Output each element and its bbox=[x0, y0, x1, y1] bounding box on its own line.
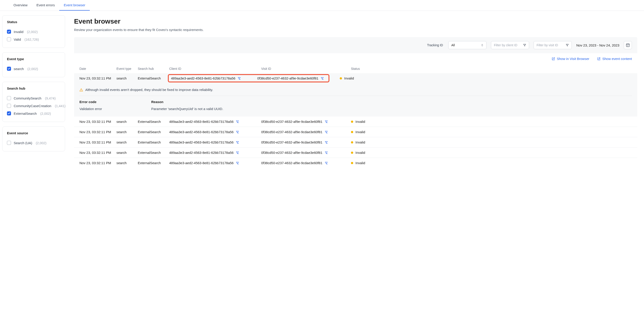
filter-add-icon[interactable] bbox=[236, 161, 239, 165]
checkbox[interactable] bbox=[7, 141, 11, 145]
filter-add-icon[interactable] bbox=[236, 141, 239, 144]
filter-add-icon[interactable] bbox=[325, 130, 328, 134]
checkbox[interactable] bbox=[7, 104, 11, 108]
cell-type: search bbox=[116, 161, 138, 165]
highlighted-ids: 489aa3e3-aed2-4563-8e81-62bb73178a560f38… bbox=[168, 74, 330, 82]
filter-add-icon[interactable] bbox=[236, 120, 239, 123]
cell-visit-id: 0f38cd50-e237-4632-af9e-9cdae3e60f81 bbox=[261, 151, 351, 155]
filter-option-communitysearch[interactable]: CommunitySearch(9,474) bbox=[7, 94, 60, 102]
svg-point-7 bbox=[627, 46, 628, 46]
reason-label: Reason bbox=[151, 100, 223, 104]
checkbox[interactable] bbox=[7, 96, 11, 100]
warning-icon bbox=[80, 88, 83, 92]
warning-banner: Although invalid events aren't dropped, … bbox=[80, 88, 632, 96]
checkbox[interactable] bbox=[7, 67, 11, 71]
table-row[interactable]: Nov 23, 03:32:11 PMsearchExternalSearch4… bbox=[74, 73, 637, 83]
row-actions: Show in Visit Browser Show event content bbox=[74, 53, 637, 64]
table-row[interactable]: Nov 23, 03:32:11 PMsearchExternalSearch4… bbox=[74, 117, 637, 127]
filter-add-icon[interactable] bbox=[238, 77, 241, 80]
svg-point-6 bbox=[628, 45, 629, 46]
status-dot-icon bbox=[351, 131, 353, 133]
cell-hub: ExternalSearch bbox=[138, 151, 169, 155]
svg-point-4 bbox=[627, 45, 628, 46]
cell-hub: ExternalSearch bbox=[138, 76, 169, 80]
checkbox[interactable] bbox=[7, 37, 11, 41]
client-id-input[interactable]: Filter by client ID bbox=[491, 41, 529, 49]
checkbox[interactable] bbox=[7, 111, 11, 115]
cell-date: Nov 23, 03:32:11 PM bbox=[80, 120, 116, 124]
page-description: Review your organization events to ensur… bbox=[74, 28, 637, 32]
filter-card-status: StatusInvalid(2,002)Valid(162,726) bbox=[2, 15, 65, 48]
calendar-button[interactable] bbox=[624, 41, 632, 49]
filter-title: Search hub bbox=[7, 87, 60, 90]
filter-icon bbox=[566, 44, 569, 47]
show-visit-browser-link[interactable]: Show in Visit Browser bbox=[552, 57, 589, 61]
cell-status: Invalid bbox=[351, 161, 374, 165]
cell-visit-id: 0f38cd50-e237-4632-af9e-9cdae3e60f81 bbox=[261, 120, 351, 124]
tab-event-browser[interactable]: Event browser bbox=[59, 0, 90, 11]
cell-status: Invalid bbox=[351, 140, 374, 144]
filter-option-count: (9,474) bbox=[45, 96, 56, 100]
col-status: Status bbox=[351, 67, 374, 71]
tab-event-errors[interactable]: Event errors bbox=[32, 0, 60, 11]
filter-add-icon[interactable] bbox=[325, 120, 328, 123]
filter-option-count: (1,441) bbox=[55, 104, 66, 108]
filter-card-event-source: Event sourceSearch (UA)(2,002) bbox=[2, 126, 65, 151]
filter-option-count: (2,002) bbox=[40, 112, 51, 115]
error-code-value: Validation error bbox=[80, 107, 151, 111]
tracking-id-select[interactable]: All bbox=[448, 41, 486, 49]
filter-option-count: (2,002) bbox=[28, 67, 38, 71]
status-dot-icon bbox=[351, 121, 353, 123]
col-client: Client ID bbox=[169, 67, 261, 71]
filter-option-count: (2,002) bbox=[36, 141, 47, 145]
cell-date: Nov 23, 03:32:11 PM bbox=[80, 161, 116, 165]
cell-status: Invalid bbox=[351, 120, 374, 124]
filter-option-communitycasecreation[interactable]: CommunityCaseCreation(1,441) bbox=[7, 102, 60, 110]
svg-point-14 bbox=[81, 91, 82, 91]
cell-date: Nov 23, 03:32:11 PM bbox=[80, 76, 116, 80]
cell-type: search bbox=[116, 76, 138, 80]
tab-overview[interactable]: Overview bbox=[9, 0, 32, 11]
cell-visit-id: 0f38cd50-e237-4632-af9e-9cdae3e60f81 bbox=[261, 140, 351, 144]
cell-status: Invalid bbox=[351, 151, 374, 155]
filter-option-search[interactable]: search(2,002) bbox=[7, 65, 60, 73]
cell-date: Nov 23, 03:32:11 PM bbox=[80, 151, 116, 155]
cell-type: search bbox=[116, 140, 138, 144]
status-dot-icon bbox=[340, 77, 342, 80]
filter-add-icon[interactable] bbox=[236, 130, 239, 134]
checkbox[interactable] bbox=[7, 30, 11, 34]
filter-add-icon[interactable] bbox=[325, 141, 328, 144]
filter-add-icon[interactable] bbox=[325, 161, 328, 165]
table-body: Nov 23, 03:32:11 PMsearchExternalSearch4… bbox=[74, 73, 637, 168]
tracking-id-label: Tracking ID bbox=[427, 43, 443, 47]
cell-status: Invalid bbox=[351, 130, 374, 134]
table-row[interactable]: Nov 23, 03:32:11 PMsearchExternalSearch4… bbox=[74, 158, 637, 168]
cell-hub: ExternalSearch bbox=[138, 140, 169, 144]
filter-option-externalsearch[interactable]: ExternalSearch(2,002) bbox=[7, 110, 60, 117]
status-dot-icon bbox=[351, 141, 353, 144]
calendar-icon bbox=[626, 43, 630, 47]
cell-status: Invalid bbox=[340, 76, 362, 80]
tracking-id-value: All bbox=[451, 43, 455, 47]
status-dot-icon bbox=[351, 162, 353, 164]
filter-option-search-ua-[interactable]: Search (UA)(2,002) bbox=[7, 139, 60, 147]
filter-option-invalid[interactable]: Invalid(2,002) bbox=[7, 28, 60, 36]
col-visit: Visit ID bbox=[261, 67, 351, 71]
warning-text: Although invalid events aren't dropped, … bbox=[85, 88, 213, 92]
filter-title: Event source bbox=[7, 131, 60, 135]
filter-title: Event type bbox=[7, 57, 60, 61]
table-row[interactable]: Nov 23, 03:32:11 PMsearchExternalSearch4… bbox=[74, 147, 637, 158]
table-row[interactable]: Nov 23, 03:32:11 PMsearchExternalSearch4… bbox=[74, 127, 637, 137]
filter-option-label: Valid bbox=[14, 38, 21, 41]
filter-add-icon[interactable] bbox=[325, 151, 328, 154]
filter-add-icon[interactable] bbox=[236, 151, 239, 154]
chevron-updown-icon bbox=[481, 44, 484, 47]
show-event-content-link[interactable]: Show event content bbox=[597, 57, 632, 61]
visit-id-input[interactable]: Filter by visit ID bbox=[534, 41, 572, 49]
cell-hub: ExternalSearch bbox=[138, 161, 169, 165]
filter-add-icon[interactable] bbox=[321, 77, 324, 80]
table-row[interactable]: Nov 23, 03:32:11 PMsearchExternalSearch4… bbox=[74, 137, 637, 147]
visit-id-placeholder: Filter by visit ID bbox=[536, 43, 558, 47]
cell-client-id: 489aa3e3-aed2-4563-8e81-62bb73178a56 bbox=[169, 161, 261, 165]
filter-option-valid[interactable]: Valid(162,726) bbox=[7, 36, 60, 43]
